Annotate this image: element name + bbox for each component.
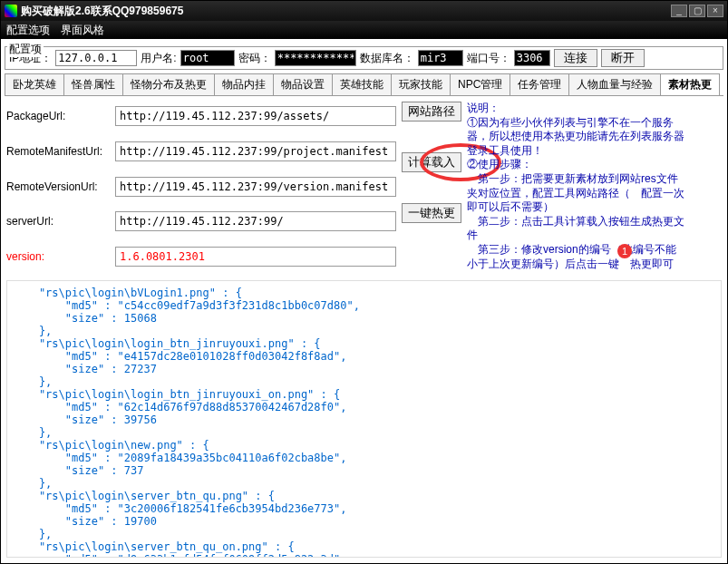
callout-badge: 1 bbox=[617, 244, 632, 258]
pass-label: 密码： bbox=[238, 51, 271, 66]
help-panel: 说明： ①因为有些小伙伴列表与引擎不在一个服务器，所以想使用本热更功能请先在列表… bbox=[467, 102, 684, 271]
tab-6[interactable]: 玩家技能 bbox=[391, 73, 451, 95]
port-input[interactable] bbox=[514, 50, 550, 66]
tab-4[interactable]: 物品设置 bbox=[273, 73, 333, 95]
menu-style[interactable]: 界面风格 bbox=[61, 23, 104, 38]
menu-config[interactable]: 配置选项 bbox=[6, 23, 50, 38]
version-input[interactable] bbox=[115, 247, 396, 267]
tab-5[interactable]: 英雄技能 bbox=[332, 73, 392, 95]
help-step2: 第二步：点击工具计算载入按钮生成热更文件 bbox=[467, 215, 684, 243]
action-buttons: 网站路径 计算载入 一键热更 bbox=[402, 102, 461, 271]
maximize-button[interactable]: ▢ bbox=[689, 5, 705, 17]
help-title: 说明： bbox=[467, 102, 684, 116]
serverurl-label: serverUrl: bbox=[6, 215, 115, 228]
titlebar: 购买破解版2.6联系QQ979859675 _ ▢ × bbox=[1, 1, 727, 21]
remoteversion-input[interactable] bbox=[115, 177, 396, 197]
version-label: version: bbox=[6, 250, 115, 263]
tab-2[interactable]: 怪物分布及热更 bbox=[122, 73, 215, 95]
user-label: 用户名: bbox=[141, 51, 176, 66]
user-input[interactable] bbox=[180, 50, 235, 66]
connection-group: 配置项 IP地址： 用户名: 密码： 数据库名： 端口号： 连接 断开 bbox=[5, 46, 723, 70]
connection-group-label: 配置项 bbox=[7, 42, 44, 57]
remoteversion-label: RemoteVersionUrl: bbox=[6, 180, 115, 193]
tab-7[interactable]: NPC管理 bbox=[450, 73, 510, 95]
calc-load-button[interactable]: 计算载入 bbox=[402, 152, 461, 172]
hot-update-button[interactable]: 一键热更 bbox=[402, 203, 461, 223]
tab-1[interactable]: 怪兽属性 bbox=[63, 73, 123, 95]
close-button[interactable]: × bbox=[707, 5, 723, 17]
tab-0[interactable]: 卧龙英雄 bbox=[5, 73, 64, 95]
app-icon bbox=[5, 5, 17, 17]
packageurl-label: PackageUrl: bbox=[6, 110, 115, 122]
window-title: 购买破解版2.6联系QQ979859675 bbox=[21, 4, 669, 19]
db-label: 数据库名： bbox=[360, 51, 414, 66]
output-textarea[interactable]: "rs\pic\login\bVLogin1.png" : { "md5" : … bbox=[6, 280, 722, 558]
tab-10[interactable]: 素材热更 bbox=[660, 73, 720, 95]
help-step3: 第三步：修改version的编号（此编号不能小于上次更新编号）后点击一键 热更即… bbox=[467, 243, 684, 271]
app-window: 购买破解版2.6联系QQ979859675 _ ▢ × 配置选项 界面风格 配置… bbox=[0, 0, 728, 564]
tab-content: PackageUrl: RemoteManifestUrl: RemoteVer… bbox=[1, 96, 727, 563]
remotemanifest-input[interactable] bbox=[115, 141, 396, 161]
ip-input[interactable] bbox=[55, 50, 137, 66]
tab-bar: 卧龙英雄怪兽属性怪物分布及热更物品内挂物品设置英雄技能玩家技能NPC管理任务管理… bbox=[5, 73, 723, 96]
help-step1: 第一步：把需要更新素材放到网站res文件夹对应位置，配置工具网站路径（ 配置一次… bbox=[467, 172, 684, 215]
site-path-button[interactable]: 网站路径 bbox=[402, 102, 461, 122]
url-form: PackageUrl: RemoteManifestUrl: RemoteVer… bbox=[6, 102, 396, 271]
packageurl-input[interactable] bbox=[115, 106, 396, 126]
pass-input[interactable] bbox=[275, 50, 356, 66]
tab-9[interactable]: 人物血量与经验 bbox=[568, 73, 661, 95]
menubar: 配置选项 界面风格 bbox=[1, 21, 727, 39]
connect-button[interactable]: 连接 bbox=[554, 49, 597, 67]
port-label: 端口号： bbox=[467, 51, 510, 66]
remotemanifest-label: RemoteManifestUrl: bbox=[6, 145, 115, 158]
help-line2: ②使用步骤： bbox=[467, 158, 684, 172]
serverurl-input[interactable] bbox=[115, 211, 396, 231]
help-line1: ①因为有些小伙伴列表与引擎不在一个服务器，所以想使用本热更功能请先在列表服务器登… bbox=[467, 116, 684, 159]
tab-3[interactable]: 物品内挂 bbox=[214, 73, 274, 95]
tab-8[interactable]: 任务管理 bbox=[510, 73, 569, 95]
disconnect-button[interactable]: 断开 bbox=[601, 49, 645, 67]
db-input[interactable] bbox=[418, 50, 463, 66]
minimize-button[interactable]: _ bbox=[671, 5, 687, 17]
